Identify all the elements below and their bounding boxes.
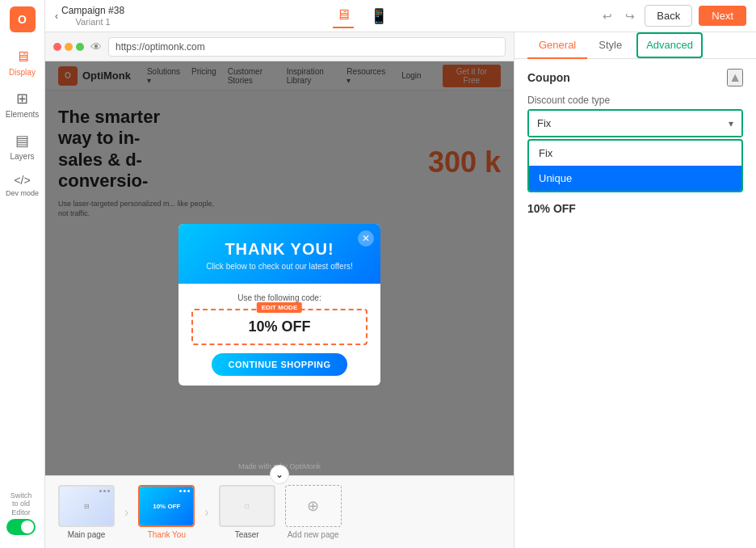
dropdown-item-unique[interactable]: Unique — [529, 166, 741, 191]
layers-icon: ▤ — [15, 132, 29, 150]
browser-bar: 👁 https://optimonk.com — [45, 32, 514, 61]
website-inner: O OptiMonk Solutions ▾ Pricing Customer … — [45, 61, 514, 548]
coupon-code-box[interactable]: EDIT MODE 10% OFF — [191, 309, 368, 345]
right-panel: Coupon ▲ General Style Advanced Coupon ▲… — [514, 0, 756, 548]
panel-body: Coupon ▲ Discount code type Fix Unique ▾… — [514, 59, 756, 548]
coupon-section-header: Coupon ▲ — [527, 69, 743, 86]
popup-body: Use the following code: EDIT MODE 10% OF… — [178, 284, 380, 386]
add-circle-icon: ⊕ — [285, 485, 342, 527]
back-button[interactable]: Back — [645, 5, 692, 27]
elements-icon: ⊞ — [16, 90, 28, 107]
left-sidebar: O 🖥 Display ⊞ Elements ▤ Layers </> Dev … — [0, 0, 45, 548]
canvas-area: 👁 https://optimonk.com O OptiMonk Soluti… — [45, 32, 514, 548]
thumb-img-ty: 10% OFF — [138, 485, 195, 527]
switch-to-old-editor[interactable]: Switch to old Editor — [6, 491, 36, 535]
popup: ✕ THANK YOU! Click below to check out ou… — [178, 224, 380, 386]
thumbnail-teaser[interactable]: □ Teaser — [219, 485, 275, 539]
panel-tabs: General Style Advanced — [514, 32, 756, 59]
sidebar-item-elements[interactable]: ⊞ Elements — [0, 83, 44, 125]
chevron-left-icon: ‹ — [55, 11, 58, 22]
discount-code-row: 10% OFF — [527, 202, 743, 215]
website-content: O OptiMonk Solutions ▾ Pricing Customer … — [45, 61, 514, 548]
arrow-icon-2: › — [204, 505, 208, 520]
back-breadcrumb-btn[interactable]: ‹ Campaign #38 Variant 1 — [55, 5, 124, 27]
popup-header: THANK YOU! Click below to check out our … — [178, 224, 380, 284]
dropdown-menu: Fix Unique — [527, 139, 743, 192]
tab-style[interactable]: Style — [587, 32, 633, 59]
top-bar: ‹ Campaign #38 Variant 1 🖥 📱 ↩ ↪ Back Ne… — [45, 0, 756, 32]
dropdown-item-fix[interactable]: Fix — [529, 141, 741, 166]
sidebar-item-display[interactable]: 🖥 Display — [0, 42, 44, 83]
tab-general[interactable]: General — [527, 32, 587, 59]
discount-type-select-wrap: Fix Unique ▾ — [527, 109, 743, 137]
thumbnail-main-page[interactable]: ⊟ Main page — [58, 485, 115, 539]
sidebar-item-devmode[interactable]: </> Dev mode — [0, 167, 44, 204]
popup-cta-button[interactable]: CONTINUE SHOPPING — [212, 353, 346, 376]
arrow-icon: › — [124, 505, 128, 520]
app-logo: O — [10, 6, 36, 32]
desktop-device-btn[interactable]: 🖥 — [333, 3, 354, 28]
device-switcher: 🖥 📱 — [131, 3, 593, 28]
display-icon: 🖥 — [15, 48, 30, 65]
campaign-title: Campaign #38 Variant 1 — [61, 5, 124, 27]
toggle-knob — [21, 521, 34, 533]
thumb-img-teaser: □ — [219, 485, 275, 527]
eye-icon: 👁 — [90, 40, 102, 53]
sidebar-item-layers[interactable]: ▤ Layers — [0, 125, 44, 167]
toggle-switch[interactable] — [6, 519, 36, 535]
url-bar: https://optimonk.com — [108, 37, 506, 57]
next-button[interactable]: Next — [699, 6, 746, 26]
thumb-dots-ty — [179, 490, 190, 492]
top-bar-right-actions: ↩ ↪ Back Next — [599, 5, 746, 27]
undo-btn[interactable]: ↩ — [599, 6, 615, 26]
popup-close-btn[interactable]: ✕ — [358, 230, 374, 247]
tab-advanced[interactable]: Advanced — [636, 32, 703, 58]
devmode-icon: </> — [14, 174, 30, 187]
redo-btn[interactable]: ↪ — [622, 6, 638, 26]
thumb-img-main: ⊟ — [58, 485, 115, 527]
section-collapse-btn[interactable]: ▲ — [727, 69, 743, 86]
browser-frame: 👁 https://optimonk.com O OptiMonk Soluti… — [45, 32, 514, 548]
browser-dots — [53, 43, 84, 51]
add-new-page-btn[interactable]: ⊕ Add new page — [285, 485, 342, 539]
thumbnails-bar: ⌄ ⊟ Main pag — [45, 475, 514, 548]
discount-type-label: Discount code type — [527, 95, 743, 106]
thumbnails-collapse-btn[interactable]: ⌄ — [270, 465, 289, 484]
discount-type-select[interactable]: Fix Unique — [529, 111, 741, 136]
thumbnail-thank-you[interactable]: 10% OFF Thank You — [138, 485, 195, 539]
mobile-device-btn[interactable]: 📱 — [367, 3, 391, 28]
discount-code-display: 10% OFF — [527, 202, 576, 215]
thumb-dots-main — [99, 490, 110, 492]
